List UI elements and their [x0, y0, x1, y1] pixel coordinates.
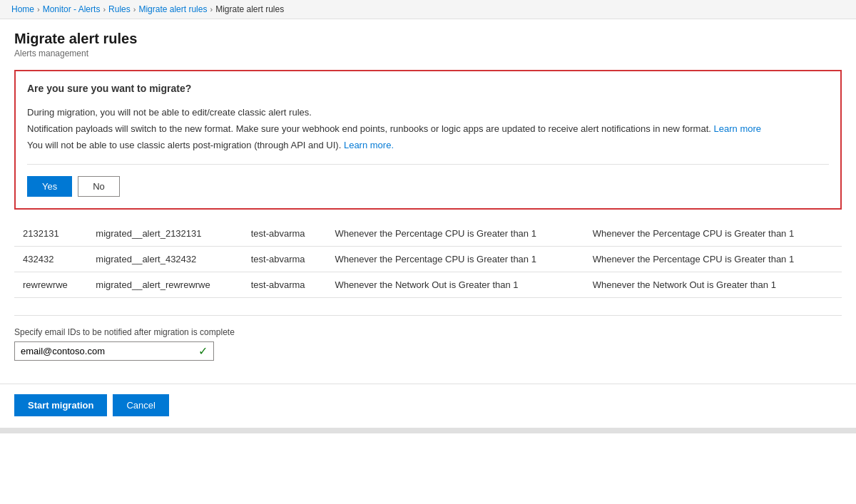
confirm-line-3: You will not be able to use classic aler…: [27, 138, 829, 153]
page-title: Migrate alert rules: [14, 31, 842, 47]
table-cell-col1: rewrewrwe: [14, 272, 87, 298]
learn-more-link-1[interactable]: Learn more: [714, 123, 761, 134]
table-cell-col4: Whenever the Percentage CPU is Greater t…: [326, 247, 584, 272]
breadcrumb-sep-3: ›: [133, 5, 136, 14]
confirm-line-2: Notification payloads will switch to the…: [27, 122, 829, 137]
breadcrumb-rules[interactable]: Rules: [108, 4, 131, 14]
breadcrumb-sep-1: ›: [37, 5, 40, 14]
footer-bar: Start migration Cancel: [0, 384, 856, 426]
confirm-question: Are you sure you want to migrate?: [27, 83, 829, 94]
table-cell-col3: test-abvarma: [243, 272, 327, 298]
confirm-line-1: During migration, you will not be able t…: [27, 106, 829, 120]
confirm-buttons: Yes No: [27, 176, 829, 197]
scrollbar-hint: [0, 428, 856, 433]
table-cell-col4: Whenever the Network Out is Greater than…: [326, 272, 584, 298]
email-label: Specify email IDs to be notified after m…: [14, 327, 842, 337]
table-cell-col2: migrated__alert_2132131: [87, 221, 242, 247]
table-row: rewrewrwemigrated__alert_rewrewrwetest-a…: [14, 272, 842, 298]
table-row: 432432migrated__alert_432432test-abvarma…: [14, 247, 842, 272]
breadcrumb-home[interactable]: Home: [11, 4, 34, 14]
cancel-button[interactable]: Cancel: [113, 394, 168, 416]
learn-more-link-2[interactable]: Learn more.: [344, 140, 394, 150]
breadcrumb-current: Migrate alert rules: [215, 4, 284, 14]
table-cell-col2: migrated__alert_rewrewrwe: [87, 272, 242, 298]
email-check-icon: ✓: [193, 344, 213, 358]
no-button[interactable]: No: [78, 176, 120, 197]
table-row: 2132131migrated__alert_2132131test-abvar…: [14, 221, 842, 247]
start-migration-button[interactable]: Start migration: [14, 394, 107, 416]
confirm-text: During migration, you will not be able t…: [27, 106, 829, 153]
confirm-box: Are you sure you want to migrate? During…: [14, 70, 842, 210]
table-section: 2132131migrated__alert_2132131test-abvar…: [14, 221, 842, 298]
email-section: Specify email IDs to be notified after m…: [14, 315, 842, 372]
breadcrumb-migrate-alert-rules-link[interactable]: Migrate alert rules: [138, 4, 207, 14]
table-cell-col4: Whenever the Percentage CPU is Greater t…: [326, 221, 584, 247]
confirm-line-2-text: Notification payloads will switch to the…: [27, 123, 714, 134]
breadcrumb: Home › Monitor - Alerts › Rules › Migrat…: [0, 0, 856, 19]
table-cell-col5: Whenever the Percentage CPU is Greater t…: [584, 221, 842, 247]
page-subtitle: Alerts management: [14, 48, 842, 58]
table-cell-col3: test-abvarma: [243, 247, 327, 272]
table-cell-col5: Whenever the Network Out is Greater than…: [584, 272, 842, 298]
email-input-wrapper: ✓: [14, 341, 214, 361]
breadcrumb-sep-4: ›: [210, 5, 213, 14]
alert-table: 2132131migrated__alert_2132131test-abvar…: [14, 221, 842, 298]
yes-button[interactable]: Yes: [27, 176, 72, 197]
table-cell-col1: 432432: [14, 247, 87, 272]
breadcrumb-sep-2: ›: [103, 5, 106, 14]
confirm-line-3-text: You will not be able to use classic aler…: [27, 140, 344, 150]
table-cell-col1: 2132131: [14, 221, 87, 247]
table-cell-col5: Whenever the Percentage CPU is Greater t…: [584, 247, 842, 272]
table-cell-col2: migrated__alert_432432: [87, 247, 242, 272]
table-cell-col3: test-abvarma: [243, 221, 327, 247]
breadcrumb-monitor-alerts[interactable]: Monitor - Alerts: [43, 4, 101, 14]
confirm-divider: [27, 164, 829, 165]
email-input[interactable]: [15, 342, 193, 360]
